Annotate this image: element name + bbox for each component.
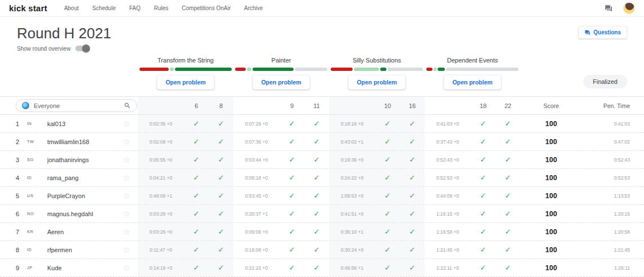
questions-chat-icon [584,30,591,35]
scoreboard-row: 1 IN kal013 ☆ 100 0:41:03 0:02:35 +0✓✓0:… [0,115,644,133]
scoreboard-row: 4 ID rama_pang ☆ 100 0:52:53 0:04:21 +0✓… [0,169,644,187]
check-icon: ✓ [280,209,304,218]
solve-time: 0:20:37 +1 [233,211,280,217]
check-icon: ✓ [184,155,209,164]
kickstart-logo[interactable]: kick start [9,3,47,13]
participant-name: jonathanirvings [47,157,115,163]
questions-button[interactable]: Questions [578,26,627,39]
participant-name: PurpleCrayon [47,193,115,199]
forum-chat-icon[interactable] [604,5,613,12]
progress-wrong-segment [331,68,353,71]
check-icon: ✓ [471,209,496,218]
check-icon: ✓ [280,173,304,182]
check-icon: ✓ [209,155,233,164]
rank: 5 [0,193,27,199]
check-icon: ✓ [471,245,496,254]
solve-time: 0:19:36 +0 [329,157,375,163]
check-icon: ✓ [209,263,233,272]
star-icon[interactable]: ☆ [115,263,138,272]
progress-partial-segment [170,68,174,71]
check-icon: ✓ [496,119,520,128]
check-icon: ✓ [496,263,520,272]
problem-progress-bar [235,68,327,71]
star-icon[interactable]: ☆ [115,137,138,146]
rank: 4 [0,175,27,181]
solve-time: 0:53:45 +0 [233,193,280,199]
solve-time: 0:49:08 +1 [138,193,184,199]
problem-name: Silly Substitutions [353,57,401,64]
problem-header: Painter Open problem [233,56,329,90]
check-icon: ✓ [304,245,329,254]
pen-time: 0:47:02 [582,139,644,145]
check-icon: ✓ [496,245,520,254]
problem-name: Transform the String [157,57,214,64]
nav-link-archive[interactable]: Archive [244,5,263,11]
nav-link-competitions-onair[interactable]: Competitions OnAir [182,5,231,11]
progress-solved-segment [175,68,232,71]
star-icon[interactable]: ☆ [115,173,138,182]
country-code: SG [27,157,47,162]
check-icon: ✓ [400,245,425,254]
country-code: TW [27,139,47,144]
solve-time: 1:16:15 +0 [425,211,471,217]
subtask-points-header: 18 [471,102,496,109]
check-icon: ✓ [280,119,304,128]
nav-link-about[interactable]: About [64,5,79,11]
check-icon: ✓ [280,245,304,254]
check-icon: ✓ [400,173,425,182]
round-overview-toggle[interactable] [75,46,89,51]
open-problem-button[interactable]: Open problem [348,75,405,90]
rank: 1 [0,120,27,127]
subtask-points-header: 10 [375,102,400,109]
check-icon: ✓ [400,263,425,272]
nav-link-rules[interactable]: Rules [154,5,169,11]
problem-name: Dependent Events [447,57,498,64]
search-input[interactable] [34,102,119,109]
scoreboard-header: Score Pen. Time 6891110161822 [0,96,644,115]
top-navbar: kick start About Schedule FAQ Rules Comp… [0,0,644,17]
open-problem-button[interactable]: Open problem [157,75,214,90]
country-code: ID [27,247,47,252]
check-icon: ✓ [471,227,496,236]
check-icon: ✓ [209,173,233,182]
rank: 2 [0,138,27,145]
pen-time: 1:20:58 [582,229,644,235]
check-icon: ✓ [184,227,209,236]
participant-name: rama_pang [47,175,115,181]
check-icon: ✓ [400,119,425,128]
check-icon: ✓ [304,155,329,164]
star-icon[interactable]: ☆ [115,227,138,236]
nav-link-faq[interactable]: FAQ [129,5,141,11]
solve-time: 1:16:58 +0 [425,229,471,235]
toggle-knob [82,44,90,52]
solve-time: 0:46:56 +1 [329,265,375,271]
check-icon: ✓ [280,137,304,146]
participant-name: Aeren [47,229,115,235]
user-avatar[interactable] [623,2,635,14]
check-icon: ✓ [400,155,425,164]
check-icon: ✓ [184,119,209,128]
open-problem-button[interactable]: Open problem [253,75,309,90]
star-icon[interactable]: ☆ [115,245,138,254]
country-code: US [27,193,47,198]
subtask-points-header: 6 [184,102,209,109]
participant-filter[interactable] [16,99,137,112]
nav-link-schedule[interactable]: Schedule [92,5,116,11]
rank: 3 [0,157,27,163]
scoreboard-row: 8 ID rfpermen ☆ 100 1:21:45 0:11:47 +0✓✓… [0,241,644,259]
solve-time: 0:07:29 +0 [233,121,280,127]
solve-time: 0:14:19 +0 [138,265,184,271]
star-icon[interactable]: ☆ [115,155,138,164]
score: 100 [520,120,582,128]
problem-header: Silly Substitutions Open problem [329,56,425,90]
problem-name: Painter [272,57,291,64]
solve-time: 0:44:09 +0 [425,193,471,199]
open-problem-button[interactable]: Open problem [444,75,501,90]
check-icon: ✓ [471,263,496,272]
star-icon[interactable]: ☆ [115,119,138,128]
search-icon[interactable] [124,102,131,109]
star-icon[interactable]: ☆ [115,191,138,200]
check-icon: ✓ [496,209,520,218]
rank: 8 [0,247,27,253]
star-icon[interactable]: ☆ [115,209,138,218]
